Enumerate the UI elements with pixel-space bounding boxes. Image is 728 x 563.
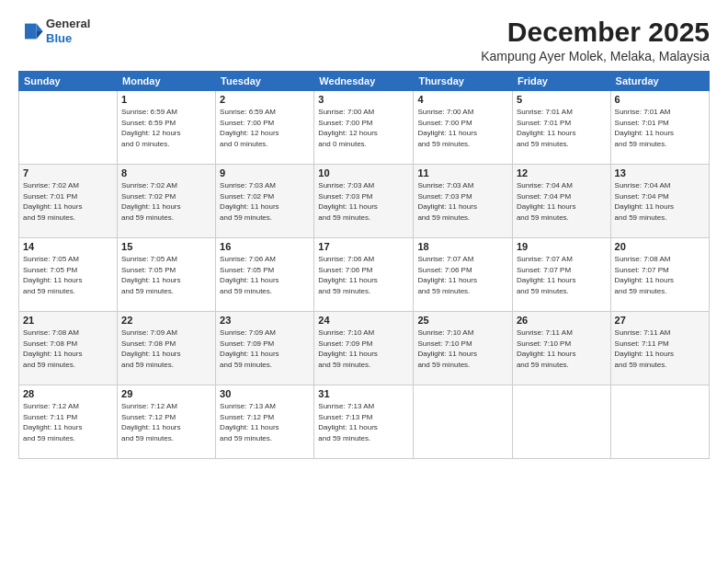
table-row: 7Sunrise: 7:02 AMSunset: 7:01 PMDaylight… xyxy=(19,165,118,238)
table-row: 5Sunrise: 7:01 AMSunset: 7:01 PMDaylight… xyxy=(512,91,610,165)
day-number: 3 xyxy=(318,94,409,105)
day-info: Sunrise: 7:03 AMSunset: 7:02 PMDaylight:… xyxy=(220,180,310,223)
day-number: 1 xyxy=(121,94,211,105)
day-info: Sunrise: 7:06 AMSunset: 7:06 PMDaylight:… xyxy=(318,254,409,296)
table-row: 22Sunrise: 7:09 AMSunset: 7:08 PMDayligh… xyxy=(118,312,216,385)
logo: General Blue xyxy=(18,17,90,45)
day-number: 23 xyxy=(220,315,310,326)
table-row: 20Sunrise: 7:08 AMSunset: 7:07 PMDayligh… xyxy=(610,238,709,312)
table-row: 29Sunrise: 7:12 AMSunset: 7:12 PMDayligh… xyxy=(118,385,216,459)
day-number: 5 xyxy=(517,94,607,105)
calendar-header-row: Sunday Monday Tuesday Wednesday Thursday… xyxy=(19,72,710,91)
day-info: Sunrise: 7:03 AMSunset: 7:03 PMDaylight:… xyxy=(318,180,409,223)
table-row: 31Sunrise: 7:13 AMSunset: 7:13 PMDayligh… xyxy=(314,385,414,459)
table-row: 26Sunrise: 7:11 AMSunset: 7:10 PMDayligh… xyxy=(512,312,610,385)
table-row: 16Sunrise: 7:06 AMSunset: 7:05 PMDayligh… xyxy=(216,238,314,312)
day-info: Sunrise: 6:59 AMSunset: 6:59 PMDaylight:… xyxy=(121,107,211,149)
col-tuesday: Tuesday xyxy=(216,72,314,91)
location: Kampung Ayer Molek, Melaka, Malaysia xyxy=(481,49,710,63)
day-info: Sunrise: 7:09 AMSunset: 7:08 PMDaylight:… xyxy=(121,327,211,370)
day-number: 11 xyxy=(417,167,508,178)
table-row: 14Sunrise: 7:05 AMSunset: 7:05 PMDayligh… xyxy=(19,238,118,312)
day-info: Sunrise: 7:05 AMSunset: 7:05 PMDaylight:… xyxy=(121,254,211,296)
day-info: Sunrise: 7:04 AMSunset: 7:04 PMDaylight:… xyxy=(517,180,607,223)
calendar: Sunday Monday Tuesday Wednesday Thursday… xyxy=(18,71,710,459)
day-info: Sunrise: 7:11 AMSunset: 7:10 PMDaylight:… xyxy=(517,327,607,370)
day-number: 18 xyxy=(417,241,508,252)
day-info: Sunrise: 7:04 AMSunset: 7:04 PMDaylight:… xyxy=(615,180,705,223)
table-row: 30Sunrise: 7:13 AMSunset: 7:12 PMDayligh… xyxy=(216,385,314,459)
day-info: Sunrise: 7:01 AMSunset: 7:01 PMDaylight:… xyxy=(615,107,705,149)
day-number: 20 xyxy=(615,241,705,252)
table-row: 27Sunrise: 7:11 AMSunset: 7:11 PMDayligh… xyxy=(610,312,709,385)
col-saturday: Saturday xyxy=(610,72,709,91)
day-number: 10 xyxy=(318,167,409,178)
day-number: 16 xyxy=(220,241,310,252)
day-info: Sunrise: 7:00 AMSunset: 7:00 PMDaylight:… xyxy=(417,107,508,149)
day-info: Sunrise: 7:07 AMSunset: 7:07 PMDaylight:… xyxy=(517,254,607,296)
table-row: 15Sunrise: 7:05 AMSunset: 7:05 PMDayligh… xyxy=(118,238,216,312)
day-number: 14 xyxy=(23,241,113,252)
day-number: 4 xyxy=(417,94,508,105)
logo-icon xyxy=(18,18,44,44)
header: General Blue December 2025 Kampung Ayer … xyxy=(18,17,710,63)
table-row: 25Sunrise: 7:10 AMSunset: 7:10 PMDayligh… xyxy=(414,312,513,385)
day-number: 29 xyxy=(121,388,211,399)
table-row xyxy=(19,91,118,165)
day-number: 30 xyxy=(220,388,310,399)
table-row: 2Sunrise: 6:59 AMSunset: 7:00 PMDaylight… xyxy=(216,91,314,165)
day-number: 13 xyxy=(615,167,705,178)
table-row: 19Sunrise: 7:07 AMSunset: 7:07 PMDayligh… xyxy=(512,238,610,312)
day-info: Sunrise: 7:07 AMSunset: 7:06 PMDaylight:… xyxy=(417,254,508,296)
table-row: 1Sunrise: 6:59 AMSunset: 6:59 PMDaylight… xyxy=(118,91,216,165)
table-row: 3Sunrise: 7:00 AMSunset: 7:00 PMDaylight… xyxy=(314,91,414,165)
table-row xyxy=(610,385,709,459)
day-info: Sunrise: 7:02 AMSunset: 7:01 PMDaylight:… xyxy=(23,180,113,223)
col-thursday: Thursday xyxy=(414,72,513,91)
day-number: 25 xyxy=(417,315,508,326)
day-number: 24 xyxy=(318,315,409,326)
table-row: 9Sunrise: 7:03 AMSunset: 7:02 PMDaylight… xyxy=(216,165,314,238)
day-info: Sunrise: 7:08 AMSunset: 7:07 PMDaylight:… xyxy=(615,254,705,296)
calendar-week-row: 14Sunrise: 7:05 AMSunset: 7:05 PMDayligh… xyxy=(19,238,710,312)
col-monday: Monday xyxy=(118,72,216,91)
day-number: 12 xyxy=(517,167,607,178)
table-row: 23Sunrise: 7:09 AMSunset: 7:09 PMDayligh… xyxy=(216,312,314,385)
day-number: 27 xyxy=(615,315,705,326)
day-info: Sunrise: 7:08 AMSunset: 7:08 PMDaylight:… xyxy=(23,327,113,370)
svg-marker-0 xyxy=(37,23,43,30)
day-number: 31 xyxy=(318,388,409,399)
svg-marker-1 xyxy=(37,31,43,39)
day-number: 21 xyxy=(23,315,113,326)
day-number: 8 xyxy=(121,167,211,178)
day-number: 2 xyxy=(220,94,310,105)
day-number: 17 xyxy=(318,241,409,252)
table-row: 8Sunrise: 7:02 AMSunset: 7:02 PMDaylight… xyxy=(118,165,216,238)
calendar-week-row: 21Sunrise: 7:08 AMSunset: 7:08 PMDayligh… xyxy=(19,312,710,385)
table-row: 4Sunrise: 7:00 AMSunset: 7:00 PMDaylight… xyxy=(414,91,513,165)
table-row: 17Sunrise: 7:06 AMSunset: 7:06 PMDayligh… xyxy=(314,238,414,312)
table-row: 18Sunrise: 7:07 AMSunset: 7:06 PMDayligh… xyxy=(414,238,513,312)
month-title: December 2025 xyxy=(481,17,710,47)
day-info: Sunrise: 7:02 AMSunset: 7:02 PMDaylight:… xyxy=(121,180,211,223)
day-info: Sunrise: 7:11 AMSunset: 7:11 PMDaylight:… xyxy=(615,327,705,370)
day-info: Sunrise: 7:09 AMSunset: 7:09 PMDaylight:… xyxy=(220,327,310,370)
table-row: 12Sunrise: 7:04 AMSunset: 7:04 PMDayligh… xyxy=(512,165,610,238)
day-number: 15 xyxy=(121,241,211,252)
page: General Blue December 2025 Kampung Ayer … xyxy=(0,0,728,563)
day-info: Sunrise: 7:05 AMSunset: 7:05 PMDaylight:… xyxy=(23,254,113,296)
day-info: Sunrise: 7:03 AMSunset: 7:03 PMDaylight:… xyxy=(417,180,508,223)
table-row: 6Sunrise: 7:01 AMSunset: 7:01 PMDaylight… xyxy=(610,91,709,165)
table-row: 24Sunrise: 7:10 AMSunset: 7:09 PMDayligh… xyxy=(314,312,414,385)
day-number: 19 xyxy=(517,241,607,252)
table-row xyxy=(512,385,610,459)
table-row: 11Sunrise: 7:03 AMSunset: 7:03 PMDayligh… xyxy=(414,165,513,238)
day-info: Sunrise: 6:59 AMSunset: 7:00 PMDaylight:… xyxy=(220,107,310,149)
svg-rect-2 xyxy=(25,23,37,39)
calendar-week-row: 7Sunrise: 7:02 AMSunset: 7:01 PMDaylight… xyxy=(19,165,710,238)
title-block: December 2025 Kampung Ayer Molek, Melaka… xyxy=(481,17,710,63)
logo-text: General Blue xyxy=(46,17,90,45)
day-info: Sunrise: 7:13 AMSunset: 7:13 PMDaylight:… xyxy=(318,401,409,443)
day-info: Sunrise: 7:12 AMSunset: 7:12 PMDaylight:… xyxy=(121,401,211,443)
table-row: 28Sunrise: 7:12 AMSunset: 7:11 PMDayligh… xyxy=(19,385,118,459)
